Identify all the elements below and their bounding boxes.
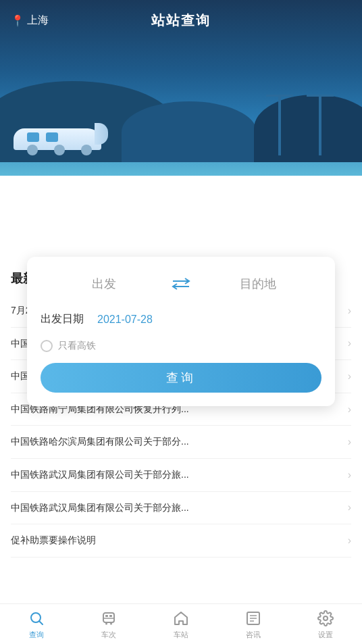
train-decoration xyxy=(14,125,101,155)
svg-line-3 xyxy=(39,621,43,624)
svg-point-15 xyxy=(324,616,328,620)
destination-button[interactable]: 目的地 xyxy=(195,273,321,295)
settings-nav-label: 设置 xyxy=(318,630,333,640)
svg-point-6 xyxy=(110,622,112,624)
news_tab-nav-icon xyxy=(244,609,263,628)
station-nav-icon xyxy=(172,609,190,628)
train-wheel xyxy=(27,145,38,155)
hero-section: 📍 上海 站站查询 xyxy=(0,0,362,176)
high-speed-checkbox[interactable] xyxy=(41,340,53,352)
news_tab-nav-label: 咨讯 xyxy=(246,630,261,640)
nav-item-station[interactable]: 车站 xyxy=(145,604,217,644)
station-nav-label: 车站 xyxy=(174,630,188,640)
location-icon: 📍 xyxy=(11,14,24,27)
swap-button[interactable] xyxy=(167,270,195,297)
page-title: 站站查询 xyxy=(151,11,211,30)
news-list-item[interactable]: 中国铁路武汉局集团有限公司关于部分旅... › xyxy=(11,492,351,525)
query-nav-icon xyxy=(27,609,46,628)
scene-decoration xyxy=(0,68,362,176)
chevron-right-icon: › xyxy=(348,535,351,547)
pole-top xyxy=(266,95,293,97)
date-label: 出发日期 xyxy=(41,312,84,326)
chevron-right-icon: › xyxy=(348,436,351,448)
pole-decoration xyxy=(319,95,321,155)
chevron-right-icon: › xyxy=(348,469,351,481)
search-card: 出发 目的地 出发日期 2021-07-28 只看高铁 查询 xyxy=(27,257,335,406)
hill-decoration xyxy=(254,95,362,162)
pole-top xyxy=(307,95,334,97)
nav-item-settings[interactable]: 设置 xyxy=(290,604,362,644)
trains-nav-icon xyxy=(99,609,118,628)
chevron-right-icon: › xyxy=(348,337,351,349)
svg-rect-4 xyxy=(103,613,114,622)
date-value[interactable]: 2021-07-28 xyxy=(97,314,153,326)
news-list-item[interactable]: 中国铁路武汉局集团有限公司关于部分旅... › xyxy=(11,459,351,492)
chevron-right-icon: › xyxy=(348,403,351,416)
query-nav-label: 查询 xyxy=(29,630,44,640)
main-content: 出发 目的地 出发日期 2021-07-28 只看高铁 查询 最 xyxy=(0,176,362,603)
location-display[interactable]: 📍 上海 xyxy=(11,14,49,28)
svg-point-5 xyxy=(105,622,107,624)
header-bar: 📍 上海 站站查询 xyxy=(0,0,362,41)
news-list-item[interactable]: 中国铁路哈尔滨局集团有限公司关于部分... › xyxy=(11,426,351,459)
hill-decoration xyxy=(122,101,257,162)
chevron-right-icon: › xyxy=(348,501,351,514)
train-wheel xyxy=(81,145,92,155)
chevron-right-icon: › xyxy=(348,305,351,317)
swap-icon xyxy=(172,277,190,291)
bottom-navigation: 查询 车次 车站 咨讯 设置 xyxy=(0,603,362,644)
chevron-right-icon: › xyxy=(348,370,351,382)
news-item-text: 中国铁路哈尔滨局集团有限公司关于部分... xyxy=(11,435,342,449)
news-item-text: 中国铁路武汉局集团有限公司关于部分旅... xyxy=(11,468,342,482)
news-list-item[interactable]: 促补助票要操作说明 › xyxy=(11,524,351,558)
train-wheel xyxy=(54,145,65,155)
departure-button[interactable]: 出发 xyxy=(41,273,167,295)
pole-decoration xyxy=(278,95,281,155)
news-item-text: 促补助票要操作说明 xyxy=(11,534,342,547)
location-text: 上海 xyxy=(27,14,49,28)
nav-item-trains[interactable]: 车次 xyxy=(72,604,145,644)
high-speed-filter-row: 只看高铁 xyxy=(41,340,321,352)
station-row: 出发 目的地 xyxy=(41,270,321,297)
nav-item-query[interactable]: 查询 xyxy=(0,604,72,644)
news-item-text: 中国铁路武汉局集团有限公司关于部分旅... xyxy=(11,501,342,515)
train-window xyxy=(27,132,39,142)
nav-item-news_tab[interactable]: 咨讯 xyxy=(217,604,290,644)
query-button[interactable]: 查询 xyxy=(41,363,321,393)
train-window xyxy=(46,132,58,142)
date-row: 出发日期 2021-07-28 xyxy=(41,308,321,330)
high-speed-label: 只看高铁 xyxy=(58,340,96,352)
trains-nav-label: 车次 xyxy=(101,630,116,640)
svg-rect-10 xyxy=(109,615,112,617)
svg-rect-9 xyxy=(105,615,108,617)
settings-nav-icon xyxy=(316,609,335,628)
